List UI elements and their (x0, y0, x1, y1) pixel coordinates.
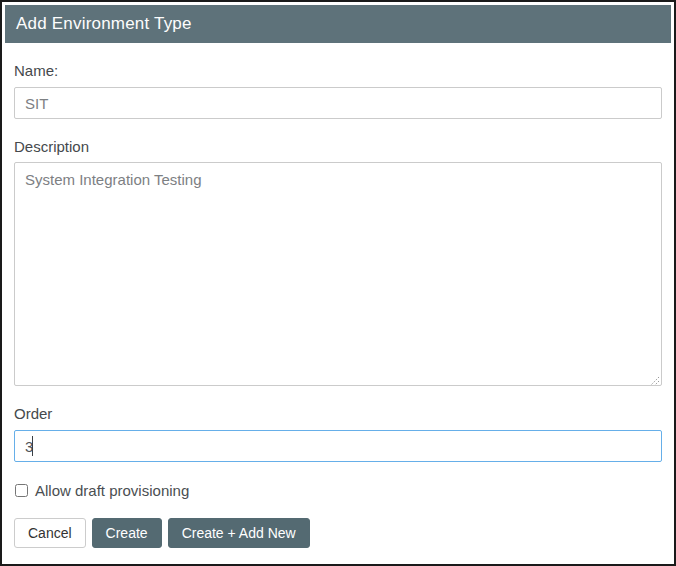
dialog-button-row: Cancel Create Create + Add New (14, 518, 662, 548)
description-label: Description (14, 138, 662, 156)
add-environment-type-dialog: Add Environment Type Name: Description O… (0, 0, 676, 566)
cancel-button[interactable]: Cancel (14, 518, 86, 548)
text-caret (32, 436, 33, 456)
order-label: Order (14, 405, 662, 423)
resize-grip-icon[interactable] (649, 372, 660, 383)
draft-provisioning-checkbox[interactable] (15, 484, 28, 497)
name-label: Name: (14, 62, 662, 80)
name-input[interactable] (14, 87, 662, 119)
description-textarea[interactable] (14, 162, 662, 386)
dialog-title: Add Environment Type (16, 14, 192, 33)
order-input[interactable] (14, 430, 662, 462)
draft-provisioning-row: Allow draft provisioning (14, 482, 662, 499)
dialog-body: Name: Description Order Allow draft prov… (5, 62, 671, 548)
create-button[interactable]: Create (92, 518, 162, 548)
draft-provisioning-label: Allow draft provisioning (35, 482, 189, 499)
order-input-wrap (14, 430, 662, 462)
description-textarea-wrap (14, 162, 662, 386)
create-add-new-button[interactable]: Create + Add New (168, 518, 310, 548)
dialog-header: Add Environment Type (5, 5, 671, 43)
